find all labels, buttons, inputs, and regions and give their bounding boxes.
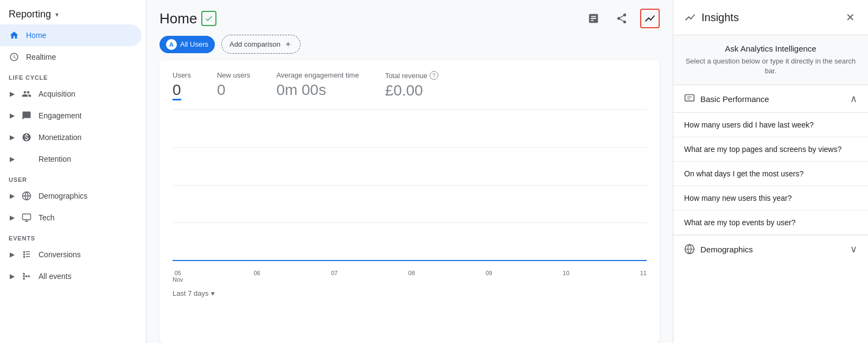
- insights-body: Basic Performance ∧ How many users did I…: [673, 85, 868, 343]
- page-title: Home: [159, 10, 197, 27]
- new-users-label: New users: [217, 71, 250, 79]
- home-label: Home: [26, 31, 46, 40]
- gridline-mid3: [173, 223, 647, 223]
- sidebar-item-demographics[interactable]: ▶ Demographics: [0, 185, 142, 207]
- revenue-value: £0.00: [385, 82, 438, 99]
- xaxis-11: 11: [640, 270, 647, 283]
- basic-performance-section[interactable]: Basic Performance ∧: [673, 85, 868, 113]
- insights-header: Insights ✕: [673, 0, 868, 35]
- add-comparison-button[interactable]: Add comparison ＋: [221, 35, 301, 54]
- bp-collapse-icon: ∧: [850, 93, 857, 105]
- sidebar-item-monetization[interactable]: ▶ Monetization: [0, 126, 142, 148]
- main-header: Home: [146, 0, 673, 35]
- ask-ai-subtitle: Select a question below or type it direc…: [684, 56, 857, 76]
- main-content: Home A All Users Add comparison ＋: [146, 0, 673, 343]
- retention-icon: [21, 154, 32, 164]
- expand-icon-conv: ▶: [10, 251, 15, 258]
- share-button[interactable]: [612, 9, 631, 28]
- realtime-icon: [9, 52, 20, 62]
- demographics-icon: [21, 190, 32, 201]
- insights-panel: Insights ✕ Ask Analytics Intelligence Se…: [673, 0, 868, 343]
- question-4[interactable]: How many new users this year?: [673, 186, 868, 211]
- sidebar-title: Reporting: [9, 9, 51, 20]
- customize-report-button[interactable]: [584, 9, 603, 28]
- revenue-help-icon[interactable]: ?: [430, 71, 438, 80]
- revenue-label: Total revenue ?: [385, 71, 438, 80]
- user-section-label: User: [0, 170, 146, 185]
- home-icon: [9, 30, 20, 41]
- engagement-value: 0m 00s: [276, 81, 359, 99]
- basic-performance-title: Basic Performance: [700, 94, 769, 104]
- title-row: Home: [159, 10, 216, 27]
- tech-label: Tech: [39, 213, 55, 222]
- insights-close-button[interactable]: ✕: [844, 9, 857, 26]
- xaxis-09: 09: [486, 270, 492, 283]
- insights-title-row: Insights: [684, 11, 739, 24]
- acquisition-label: Acquisition: [39, 90, 75, 98]
- tech-icon: [21, 212, 32, 223]
- expand-icon: ▶: [10, 90, 15, 98]
- chart-baseline-line: [173, 260, 647, 261]
- metric-revenue: Total revenue ? £0.00: [385, 71, 438, 100]
- monetization-icon: [21, 132, 32, 143]
- sidebar-item-acquisition[interactable]: ▶ Acquisition: [0, 83, 142, 105]
- ask-ai-title: Ask Analytics Intelligence: [684, 44, 857, 53]
- engagement-icon: [21, 110, 32, 121]
- sidebar-item-engagement[interactable]: ▶ Engagement: [0, 105, 142, 126]
- home-check-icon: [201, 11, 216, 26]
- demo-title-row: Demographics: [684, 244, 753, 255]
- metrics-row: Users 0 New users 0 Average engagement t…: [173, 71, 647, 100]
- bp-title-row: Basic Performance: [684, 93, 769, 104]
- demo-expand-icon: ∨: [850, 243, 857, 255]
- demographics-section[interactable]: Demographics ∨: [673, 235, 868, 263]
- gridline-mid2: [173, 185, 647, 186]
- gridline-top: [173, 109, 647, 110]
- metric-engagement: Average engagement time 0m 00s: [276, 71, 359, 100]
- realtime-label: Realtime: [26, 53, 56, 61]
- conversions-label: Conversions: [39, 250, 81, 259]
- lifecycle-section-label: Life Cycle: [0, 68, 146, 83]
- xaxis-06: 06: [254, 270, 260, 283]
- add-comparison-plus-icon: ＋: [284, 39, 292, 50]
- retention-label: Retention: [39, 155, 71, 163]
- sidebar-item-home[interactable]: Home: [0, 24, 142, 46]
- sidebar-item-conversions[interactable]: ▶ Conversions: [0, 244, 142, 265]
- metric-new-users: New users 0: [217, 71, 250, 100]
- sidebar-item-all-events[interactable]: ▶ All events: [0, 265, 142, 287]
- svg-rect-2: [685, 95, 694, 101]
- xaxis-10: 10: [563, 270, 569, 283]
- header-actions: [584, 9, 660, 28]
- ask-ai-section: Ask Analytics Intelligence Select a ques…: [673, 35, 868, 85]
- xaxis-08: 08: [409, 270, 415, 283]
- expand-icon-ret: ▶: [10, 155, 15, 163]
- sidebar-item-retention[interactable]: ▶ Retention: [0, 148, 142, 170]
- sidebar-item-tech[interactable]: ▶ Tech: [0, 207, 142, 228]
- question-5[interactable]: What are my top events by user?: [673, 211, 868, 235]
- insights-trend-icon: [684, 11, 696, 23]
- all-users-chip[interactable]: A All Users: [159, 36, 215, 53]
- conversions-icon: [21, 249, 32, 260]
- expand-icon-tech: ▶: [10, 214, 15, 221]
- gridline-mid1: [173, 147, 647, 148]
- demographics-label: Demographics: [39, 192, 87, 200]
- expand-icon-dem: ▶: [10, 192, 15, 200]
- chart-footer: Last 7 days ▾: [173, 289, 647, 297]
- demographics-globe-icon: [684, 244, 695, 255]
- question-3[interactable]: On what days I get the most users?: [673, 162, 868, 186]
- reporting-dropdown-icon[interactable]: ▾: [55, 11, 59, 18]
- insights-title: Insights: [701, 11, 739, 24]
- events-section-label: Events: [0, 228, 146, 244]
- insights-button[interactable]: [640, 9, 660, 28]
- chart-xaxis: 05 Nov 06 07 08 09: [173, 270, 647, 283]
- date-range-button[interactable]: Last 7 days ▾: [173, 289, 215, 297]
- svg-rect-1: [23, 214, 31, 220]
- sidebar: Reporting ▾ Home Realtime Life Cycle ▶ A…: [0, 0, 146, 343]
- question-2[interactable]: What are my top pages and screens by vie…: [673, 137, 868, 162]
- users-value: 0: [173, 81, 181, 100]
- filter-row: A All Users Add comparison ＋: [146, 35, 673, 60]
- question-1[interactable]: How many users did I have last week?: [673, 113, 868, 137]
- sidebar-item-realtime[interactable]: Realtime: [0, 46, 142, 68]
- add-comparison-label: Add comparison: [229, 40, 280, 48]
- expand-icon-ae: ▶: [10, 272, 15, 280]
- all-users-avatar: A: [166, 39, 177, 50]
